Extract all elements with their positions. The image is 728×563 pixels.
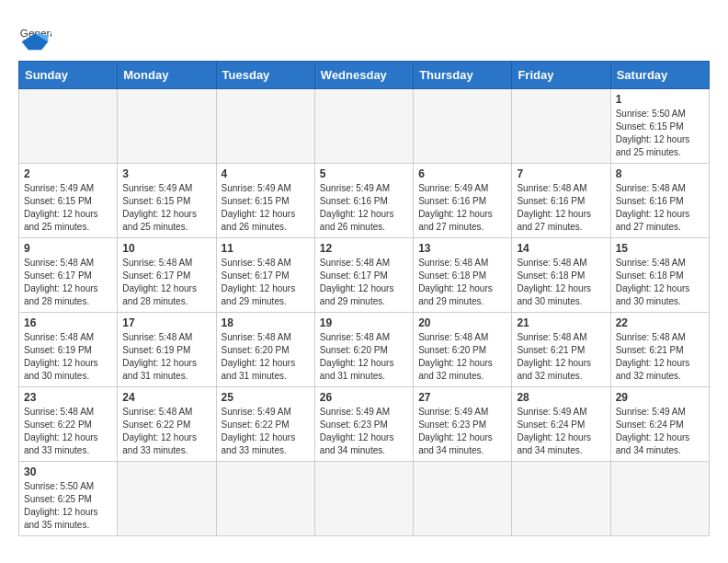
- calendar-day-cell: [414, 462, 512, 536]
- calendar-day-cell: 25Sunrise: 5:49 AM Sunset: 6:22 PM Dayli…: [216, 387, 314, 462]
- day-info: Sunrise: 5:50 AM Sunset: 6:15 PM Dayligh…: [616, 108, 704, 159]
- day-info: Sunrise: 5:48 AM Sunset: 6:18 PM Dayligh…: [418, 257, 506, 308]
- day-info: Sunrise: 5:49 AM Sunset: 6:22 PM Dayligh…: [222, 406, 310, 457]
- day-number: 6: [418, 167, 506, 180]
- calendar-day-cell: [19, 89, 118, 164]
- day-number: 17: [122, 316, 210, 329]
- calendar-day-cell: [512, 462, 610, 536]
- calendar-day-cell: [216, 89, 314, 164]
- calendar-day-cell: 6Sunrise: 5:49 AM Sunset: 6:16 PM Daylig…: [414, 164, 512, 238]
- day-number: 29: [616, 391, 704, 404]
- col-header-saturday: Saturday: [610, 62, 709, 89]
- day-number: 11: [222, 242, 310, 255]
- day-info: Sunrise: 5:48 AM Sunset: 6:17 PM Dayligh…: [24, 257, 112, 308]
- day-info: Sunrise: 5:48 AM Sunset: 6:17 PM Dayligh…: [122, 257, 210, 308]
- day-number: 23: [24, 391, 112, 404]
- calendar-day-cell: 1Sunrise: 5:50 AM Sunset: 6:15 PM Daylig…: [610, 89, 709, 164]
- day-info: Sunrise: 5:48 AM Sunset: 6:21 PM Dayligh…: [616, 331, 704, 383]
- calendar-day-cell: 24Sunrise: 5:48 AM Sunset: 6:22 PM Dayli…: [118, 387, 216, 462]
- calendar-day-cell: 15Sunrise: 5:48 AM Sunset: 6:18 PM Dayli…: [610, 238, 709, 313]
- calendar-day-cell: 5Sunrise: 5:49 AM Sunset: 6:16 PM Daylig…: [314, 164, 413, 238]
- calendar-day-cell: 29Sunrise: 5:49 AM Sunset: 6:24 PM Dayli…: [610, 387, 709, 462]
- day-number: 3: [122, 167, 210, 180]
- day-info: Sunrise: 5:49 AM Sunset: 6:16 PM Dayligh…: [418, 182, 506, 234]
- day-number: 13: [418, 242, 506, 255]
- calendar-day-cell: 23Sunrise: 5:48 AM Sunset: 6:22 PM Dayli…: [19, 387, 118, 462]
- day-info: Sunrise: 5:49 AM Sunset: 6:16 PM Dayligh…: [320, 182, 408, 234]
- day-number: 4: [222, 167, 310, 180]
- logo: General: [18, 18, 57, 52]
- calendar-day-cell: 2Sunrise: 5:49 AM Sunset: 6:15 PM Daylig…: [19, 164, 118, 238]
- calendar-day-cell: 11Sunrise: 5:48 AM Sunset: 6:17 PM Dayli…: [216, 238, 314, 313]
- day-number: 10: [122, 242, 210, 255]
- calendar-day-cell: 14Sunrise: 5:48 AM Sunset: 6:18 PM Dayli…: [512, 238, 610, 313]
- calendar-day-cell: [314, 89, 413, 164]
- day-info: Sunrise: 5:48 AM Sunset: 6:21 PM Dayligh…: [517, 331, 605, 383]
- day-info: Sunrise: 5:48 AM Sunset: 6:22 PM Dayligh…: [122, 406, 210, 457]
- calendar-day-cell: [118, 462, 216, 536]
- day-info: Sunrise: 5:48 AM Sunset: 6:18 PM Dayligh…: [517, 257, 605, 308]
- general-blue-icon: General: [18, 18, 51, 52]
- day-number: 24: [122, 391, 210, 404]
- calendar-week-row: 1Sunrise: 5:50 AM Sunset: 6:15 PM Daylig…: [19, 89, 710, 164]
- day-number: 22: [616, 316, 704, 329]
- calendar-day-cell: [414, 89, 512, 164]
- day-info: Sunrise: 5:48 AM Sunset: 6:20 PM Dayligh…: [418, 331, 506, 383]
- calendar-week-row: 30Sunrise: 5:50 AM Sunset: 6:25 PM Dayli…: [19, 462, 710, 536]
- day-number: 30: [24, 465, 112, 478]
- day-info: Sunrise: 5:48 AM Sunset: 6:17 PM Dayligh…: [222, 257, 310, 308]
- calendar-day-cell: 26Sunrise: 5:49 AM Sunset: 6:23 PM Dayli…: [314, 387, 413, 462]
- calendar: SundayMondayTuesdayWednesdayThursdayFrid…: [18, 61, 710, 536]
- day-info: Sunrise: 5:48 AM Sunset: 6:18 PM Dayligh…: [616, 257, 704, 308]
- calendar-day-cell: 12Sunrise: 5:48 AM Sunset: 6:17 PM Dayli…: [314, 238, 413, 313]
- day-info: Sunrise: 5:50 AM Sunset: 6:25 PM Dayligh…: [24, 480, 112, 532]
- day-number: 27: [418, 391, 506, 404]
- calendar-day-cell: 20Sunrise: 5:48 AM Sunset: 6:20 PM Dayli…: [414, 313, 512, 387]
- day-number: 19: [320, 316, 408, 329]
- day-number: 18: [222, 316, 310, 329]
- day-info: Sunrise: 5:49 AM Sunset: 6:15 PM Dayligh…: [122, 182, 210, 234]
- col-header-tuesday: Tuesday: [216, 62, 314, 89]
- day-number: 2: [24, 167, 112, 180]
- calendar-week-row: 23Sunrise: 5:48 AM Sunset: 6:22 PM Dayli…: [19, 387, 710, 462]
- calendar-day-cell: 22Sunrise: 5:48 AM Sunset: 6:21 PM Dayli…: [610, 313, 709, 387]
- calendar-day-cell: [610, 462, 709, 536]
- col-header-monday: Monday: [118, 62, 216, 89]
- day-number: 28: [517, 391, 605, 404]
- day-info: Sunrise: 5:49 AM Sunset: 6:15 PM Dayligh…: [222, 182, 310, 234]
- day-info: Sunrise: 5:48 AM Sunset: 6:20 PM Dayligh…: [320, 331, 408, 383]
- day-number: 25: [222, 391, 310, 404]
- day-info: Sunrise: 5:49 AM Sunset: 6:24 PM Dayligh…: [517, 406, 605, 457]
- calendar-day-cell: [512, 89, 610, 164]
- calendar-day-cell: 16Sunrise: 5:48 AM Sunset: 6:19 PM Dayli…: [19, 313, 118, 387]
- calendar-day-cell: 19Sunrise: 5:48 AM Sunset: 6:20 PM Dayli…: [314, 313, 413, 387]
- calendar-day-cell: 30Sunrise: 5:50 AM Sunset: 6:25 PM Dayli…: [19, 462, 118, 536]
- day-number: 7: [517, 167, 605, 180]
- calendar-day-cell: [118, 89, 216, 164]
- day-number: 21: [517, 316, 605, 329]
- calendar-day-cell: 18Sunrise: 5:48 AM Sunset: 6:20 PM Dayli…: [216, 313, 314, 387]
- day-number: 8: [616, 167, 704, 180]
- day-info: Sunrise: 5:49 AM Sunset: 6:15 PM Dayligh…: [24, 182, 112, 234]
- day-number: 9: [24, 242, 112, 255]
- day-info: Sunrise: 5:48 AM Sunset: 6:17 PM Dayligh…: [320, 257, 408, 308]
- col-header-sunday: Sunday: [19, 62, 118, 89]
- day-info: Sunrise: 5:48 AM Sunset: 6:22 PM Dayligh…: [24, 406, 112, 457]
- calendar-day-cell: [314, 462, 413, 536]
- calendar-day-cell: 21Sunrise: 5:48 AM Sunset: 6:21 PM Dayli…: [512, 313, 610, 387]
- calendar-day-cell: 9Sunrise: 5:48 AM Sunset: 6:17 PM Daylig…: [19, 238, 118, 313]
- day-number: 15: [616, 242, 704, 255]
- col-header-friday: Friday: [512, 62, 610, 89]
- day-number: 1: [616, 93, 704, 106]
- page-header: General: [18, 18, 710, 52]
- calendar-day-cell: 7Sunrise: 5:48 AM Sunset: 6:16 PM Daylig…: [512, 164, 610, 238]
- day-number: 26: [320, 391, 408, 404]
- day-info: Sunrise: 5:48 AM Sunset: 6:19 PM Dayligh…: [122, 331, 210, 383]
- calendar-week-row: 16Sunrise: 5:48 AM Sunset: 6:19 PM Dayli…: [19, 313, 710, 387]
- day-number: 20: [418, 316, 506, 329]
- day-number: 12: [320, 242, 408, 255]
- day-info: Sunrise: 5:48 AM Sunset: 6:19 PM Dayligh…: [24, 331, 112, 383]
- day-info: Sunrise: 5:49 AM Sunset: 6:24 PM Dayligh…: [616, 406, 704, 457]
- day-info: Sunrise: 5:49 AM Sunset: 6:23 PM Dayligh…: [418, 406, 506, 457]
- day-info: Sunrise: 5:48 AM Sunset: 6:20 PM Dayligh…: [222, 331, 310, 383]
